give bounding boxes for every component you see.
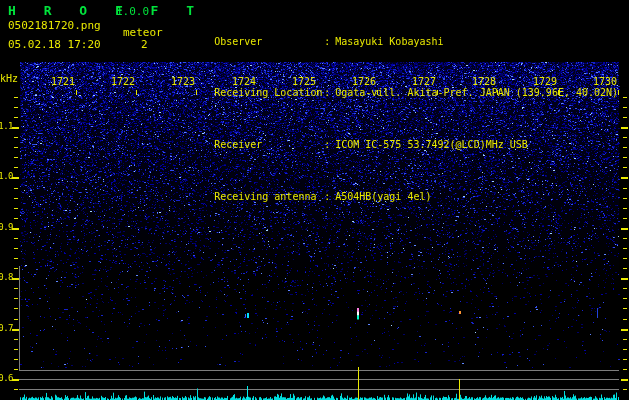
info-value: Masayuki Kobayashi bbox=[335, 36, 443, 47]
info-row-observer: Observer:Masayuki Kobayashi bbox=[178, 26, 618, 58]
app-version: 1.0.0 bbox=[116, 6, 149, 17]
info-value: A504HB(yagi 4el) bbox=[335, 191, 431, 202]
time-tick-label: 1721 bbox=[50, 77, 75, 87]
app-title: H R O F F T bbox=[8, 4, 204, 17]
info-value: ICOM IC-575 53.7492(@LCD)MHz USB bbox=[335, 139, 528, 150]
freq-tick-label: 1.1 bbox=[0, 122, 13, 131]
freq-tick-label: 0.6 bbox=[0, 374, 13, 383]
time-tick-label: 1730 bbox=[592, 77, 617, 87]
capture-datetime: 05.02.18 17:20 bbox=[8, 39, 101, 50]
time-tick-label: 1723 bbox=[170, 77, 195, 87]
info-label: Receiver bbox=[214, 140, 324, 151]
time-tick-label: 1728 bbox=[471, 77, 496, 87]
time-tick-label: 1724 bbox=[231, 77, 256, 87]
meteor-count: 2 bbox=[141, 39, 148, 50]
output-filename: 0502181720.png bbox=[8, 20, 101, 31]
time-tick-label: 1726 bbox=[351, 77, 376, 87]
info-row-antenna: Receiving antenna:A504HB(yagi 4el) bbox=[178, 181, 618, 213]
freq-tick-label: 0.8 bbox=[0, 273, 13, 282]
info-row-receiver: Receiver:ICOM IC-575 53.7492(@LCD)MHz US… bbox=[178, 130, 618, 162]
hrofft-window: H R O F F T 1.0.0 0502181720.png meteor … bbox=[0, 0, 629, 400]
info-label: Receiving Location bbox=[214, 88, 324, 99]
time-tick-label: 1722 bbox=[110, 77, 135, 87]
time-tick-label: 1729 bbox=[532, 77, 557, 87]
time-tick-label: 1725 bbox=[291, 77, 316, 87]
info-value: Ogata-vill. Akita-Pref. JAPAN (139.96E, … bbox=[335, 87, 618, 98]
y-axis-unit-label: kHz bbox=[0, 74, 18, 84]
time-tick-label: 1727 bbox=[411, 77, 436, 87]
freq-tick-label: 0.7 bbox=[0, 324, 13, 333]
freq-tick-label: 0.9 bbox=[0, 223, 13, 232]
mode-label: meteor bbox=[123, 27, 163, 38]
info-label: Observer bbox=[214, 37, 324, 48]
station-info: Observer:Masayuki Kobayashi Receiving Lo… bbox=[178, 6, 618, 233]
info-label: Receiving antenna bbox=[214, 192, 324, 203]
freq-tick-label: 1.0 bbox=[0, 172, 13, 181]
